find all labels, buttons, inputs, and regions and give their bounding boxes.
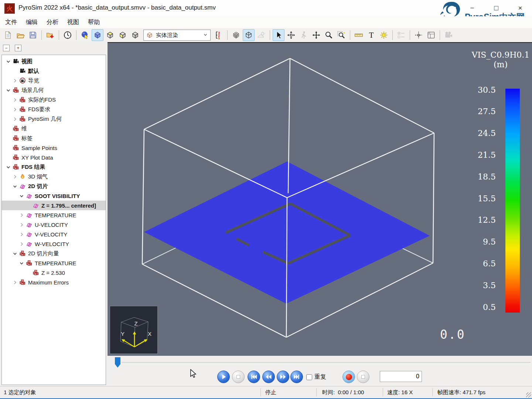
tree-v-velocity[interactable]: V-VELOCITY bbox=[2, 229, 106, 239]
ruler-button[interactable] bbox=[353, 29, 365, 41]
cube-plain-button[interactable] bbox=[129, 29, 141, 41]
colorbar-tick-label: 6.5 bbox=[466, 260, 496, 268]
tree-tours[interactable]: 导览 bbox=[2, 76, 106, 85]
expand-all-button[interactable]: + bbox=[15, 45, 21, 51]
colorbar-settings-button[interactable]: 321 bbox=[213, 29, 225, 41]
tree-item-label: 维 bbox=[21, 125, 27, 132]
chevron-closed-icon[interactable] bbox=[12, 106, 20, 112]
render-mode-dropdown[interactable]: 实体渲染 bbox=[143, 30, 211, 41]
chevron-open-icon[interactable] bbox=[6, 164, 13, 170]
tree-xy-plot-data[interactable]: XY Plot Data bbox=[2, 153, 106, 162]
tree-scene-geometry[interactable]: 场景几何 bbox=[2, 85, 106, 95]
collapse-all-button[interactable]: − bbox=[3, 45, 10, 51]
chevron-open-icon[interactable] bbox=[19, 260, 26, 266]
colorbar-tick-label: 18.5 bbox=[466, 173, 496, 181]
tree-w-velocity[interactable]: W-VELOCITY bbox=[2, 239, 106, 249]
tree-dimensions[interactable]: 维 bbox=[2, 124, 106, 133]
app-window: 火 PyroSim 2022 x64 - *basic_data_output.… bbox=[0, 0, 532, 399]
tree-spacer bbox=[25, 202, 33, 208]
tree-2d-slices[interactable]: 2D 切片 bbox=[2, 181, 106, 191]
timeline-thumb[interactable] bbox=[115, 357, 120, 368]
tree-u-velocity[interactable]: U-VELOCITY bbox=[2, 220, 106, 229]
tree-views[interactable]: 视图 bbox=[2, 57, 106, 66]
chevron-open-icon[interactable] bbox=[6, 87, 13, 93]
chevron-closed-icon[interactable] bbox=[19, 222, 26, 228]
tree-default-view[interactable]: 默认 bbox=[2, 66, 106, 76]
text-button[interactable]: T bbox=[365, 29, 377, 41]
save-file-button[interactable] bbox=[27, 29, 39, 41]
frame-number-input[interactable] bbox=[380, 371, 422, 382]
slice-icon bbox=[20, 183, 26, 189]
tree-2d-slice-vectors[interactable]: 2D 切片向量 bbox=[2, 249, 106, 258]
import-file-button[interactable] bbox=[44, 29, 56, 41]
mesh-cube-button[interactable] bbox=[230, 29, 242, 41]
resize-grip[interactable] bbox=[526, 392, 531, 398]
cube-front-face-button[interactable] bbox=[117, 29, 129, 41]
pan-button[interactable] bbox=[310, 29, 322, 41]
zoom-region-button[interactable] bbox=[335, 29, 347, 41]
menu-help[interactable]: 帮助 bbox=[88, 18, 100, 26]
tree-maximum-errors[interactable]: Maximum Errors bbox=[2, 277, 106, 287]
chevron-open-icon[interactable] bbox=[12, 183, 20, 189]
viewport-frame-button[interactable] bbox=[425, 29, 437, 41]
toolbar-separator bbox=[59, 30, 59, 40]
tree-temperature[interactable]: TEMPERATURE bbox=[2, 210, 106, 220]
menu-view[interactable]: 视图 bbox=[67, 18, 79, 26]
cube-top-face-button[interactable] bbox=[104, 29, 116, 41]
tree-vector-z-2530[interactable]: Z = 2.530 bbox=[2, 268, 106, 277]
play-button[interactable] bbox=[217, 371, 230, 383]
toolbar-separator bbox=[350, 30, 350, 40]
orientation-cube[interactable]: Z Y X bbox=[110, 306, 158, 354]
tree-labels[interactable]: 标签 bbox=[2, 133, 106, 143]
menu-file[interactable]: 文件 bbox=[5, 18, 17, 26]
chevron-open-icon[interactable] bbox=[19, 193, 26, 199]
record-button[interactable] bbox=[342, 371, 355, 383]
rewind-button[interactable] bbox=[262, 371, 275, 383]
axis-button[interactable] bbox=[413, 29, 424, 41]
tree-item-label: SOOT VISIBILITY bbox=[35, 193, 80, 199]
chevron-closed-icon[interactable] bbox=[19, 231, 26, 237]
chevron-closed-icon[interactable] bbox=[12, 116, 20, 122]
cubes-icon bbox=[20, 116, 26, 122]
tree-temp-vector[interactable]: TEMPERATURE bbox=[2, 258, 106, 268]
tree-pyrosim-geometry[interactable]: PyroSim 几何 bbox=[2, 114, 106, 124]
tree-slice-z-1795[interactable]: Z = 1.795... centered] bbox=[2, 201, 106, 210]
stop-button[interactable] bbox=[232, 371, 245, 383]
record-stop-button[interactable] bbox=[357, 371, 369, 383]
chevron-closed-icon[interactable] bbox=[12, 78, 20, 83]
timeline-track[interactable] bbox=[122, 362, 531, 364]
open-file-button[interactable] bbox=[14, 29, 26, 41]
orbit-view-button[interactable] bbox=[79, 29, 91, 41]
3d-viewport[interactable]: VIS_C0.9H0.1 (m) 30.527.524.521.518.515.… bbox=[108, 42, 532, 356]
time-history-button[interactable] bbox=[62, 29, 74, 41]
tree-3d-smoke[interactable]: 3D 烟气 bbox=[2, 172, 106, 181]
tree-actual-fds[interactable]: 实际的FDS bbox=[2, 95, 106, 105]
fast-forward-button[interactable] bbox=[277, 371, 289, 383]
chevron-closed-icon[interactable] bbox=[19, 241, 26, 247]
menu-edit[interactable]: 编辑 bbox=[26, 18, 38, 26]
repeat-checkbox[interactable] bbox=[306, 374, 312, 380]
menu-analyze[interactable]: 分析 bbox=[47, 18, 58, 26]
chevron-closed-icon[interactable] bbox=[12, 97, 20, 103]
skip-to-end-button[interactable] bbox=[290, 371, 303, 383]
orbit-rotate-button[interactable] bbox=[285, 29, 297, 41]
tree-soot-visibility[interactable]: SOOT VISIBILITY bbox=[2, 191, 106, 201]
chevron-closed-icon[interactable] bbox=[12, 279, 20, 285]
new-file-button[interactable] bbox=[2, 29, 14, 41]
select-arrow-button[interactable] bbox=[273, 29, 284, 41]
chevron-closed-icon[interactable] bbox=[19, 212, 26, 218]
chevron-open-icon[interactable] bbox=[12, 250, 20, 256]
tree-sample-points[interactable]: Sample Points bbox=[2, 143, 106, 153]
tree-fds-results[interactable]: FDS 结果 bbox=[2, 162, 106, 172]
skip-to-start-button[interactable] bbox=[248, 371, 260, 383]
wireframe-cube-button[interactable] bbox=[243, 29, 255, 41]
camera-icon bbox=[13, 58, 20, 64]
zoom-button[interactable] bbox=[323, 29, 335, 41]
tree-spacer bbox=[6, 154, 13, 160]
chevron-closed-icon[interactable] bbox=[12, 174, 20, 180]
chevron-open-icon[interactable] bbox=[6, 58, 13, 64]
record-video-button bbox=[443, 29, 454, 41]
solid-cube-button[interactable] bbox=[92, 29, 103, 41]
tree-fds-requested[interactable]: FDS要求 bbox=[2, 105, 106, 114]
lights-button[interactable] bbox=[378, 29, 390, 41]
